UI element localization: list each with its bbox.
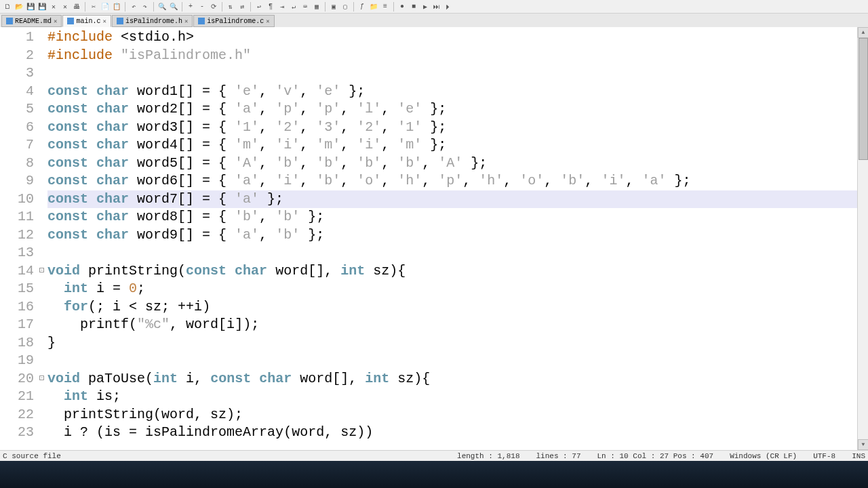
code-line-5[interactable]: const char word2[] = { 'a', 'p', 'p', 'l… (47, 100, 857, 119)
zoom-in-icon[interactable]: + (186, 2, 195, 12)
code-line-15[interactable]: int i = 0; (47, 280, 857, 298)
code-content[interactable]: #include <stdio.h>#include "isPalindrome… (47, 27, 857, 442)
new-icon[interactable]: 🗋 (3, 2, 12, 12)
func-list-icon[interactable]: ƒ (357, 2, 367, 12)
play-multi-icon[interactable]: ⏭ (432, 2, 441, 12)
os-taskbar[interactable] (0, 461, 868, 488)
find-icon[interactable]: 🔍 (157, 2, 167, 12)
code-line-7[interactable]: const char word4[] = { 'm', 'i', 'm', 'i… (47, 136, 857, 155)
status-file-type: C source file (3, 452, 61, 460)
save-all-icon[interactable]: 💾 (37, 2, 47, 12)
code-line-9[interactable]: const char word6[] = { 'a', 'i', 'b', 'o… (47, 172, 857, 190)
code-line-2[interactable]: #include "isPalindrome.h" (47, 47, 857, 65)
status-lines: lines : 77 (536, 452, 580, 460)
save-icon[interactable]: 💾 (26, 2, 35, 12)
tab-close-icon[interactable]: ✕ (184, 18, 188, 25)
editor[interactable]: 1234567891011121314151617181920212223 --… (0, 27, 857, 450)
scroll-down-button[interactable]: ▼ (858, 439, 868, 450)
code-line-19[interactable] (47, 352, 857, 370)
play-fast-icon[interactable]: ⏵ (443, 2, 453, 12)
eol-icon[interactable]: ↵ (289, 2, 298, 12)
play-icon[interactable]: ▶ (420, 2, 430, 12)
toolbar: 🗋📂💾💾✕✕🖶✂📄📋↶↷🔍🔍+-⟳⇅⇄↩¶⇥↵⌨▦▣▢ƒ📁≡●■▶⏭⏵ (0, 0, 868, 14)
doc-map-icon[interactable]: ▦ (312, 2, 321, 12)
line-number: 19 (0, 352, 34, 370)
code-line-8[interactable]: const char word5[] = { 'A', 'b', 'b', 'b… (47, 155, 857, 173)
code-line-16[interactable]: for(; i < sz; ++i) (47, 298, 857, 317)
replace-icon[interactable]: 🔍 (169, 2, 178, 12)
line-number-gutter: 1234567891011121314151617181920212223 (0, 27, 39, 442)
line-number: 18 (0, 334, 34, 352)
paste-icon[interactable]: 📋 (112, 2, 121, 12)
code-line-3[interactable] (47, 64, 857, 83)
redo-icon[interactable]: ↷ (140, 2, 150, 12)
line-number: 23 (0, 424, 34, 442)
close-icon[interactable]: ✕ (49, 2, 58, 12)
print-icon[interactable]: 🖶 (72, 2, 81, 12)
open-icon[interactable]: 📂 (14, 2, 24, 12)
status-position: Ln : 10 Col : 27 Pos : 407 (597, 452, 714, 460)
sync-h-icon[interactable]: ⇄ (237, 2, 247, 12)
line-number: 7 (0, 136, 34, 155)
tab-isPalindrome-h[interactable]: isPalindrome.h✕ (112, 15, 193, 27)
code-line-14[interactable]: void printString(const char word[], int … (47, 262, 857, 281)
code-line-21[interactable]: int is; (47, 388, 857, 406)
whitespace-icon[interactable]: ¶ (266, 2, 275, 12)
line-number: 12 (0, 226, 34, 245)
line-number: 8 (0, 155, 34, 173)
status-insert-mode: INS (852, 452, 865, 460)
unfold-all-icon[interactable]: ▢ (340, 2, 350, 12)
status-eol: Windows (CR LF) (730, 452, 797, 460)
scroll-thumb[interactable] (859, 38, 868, 160)
lang-icon[interactable]: ⌨ (300, 2, 310, 12)
code-line-22[interactable]: printString(word, sz); (47, 406, 857, 424)
record-icon[interactable]: ● (397, 2, 407, 12)
tab-close-icon[interactable]: ✕ (54, 18, 57, 25)
indent-icon[interactable]: ⇥ (277, 2, 287, 12)
code-line-23[interactable]: i ? (is = isPalindromeArray(word, sz)) (47, 424, 857, 442)
tab-label: main.c (76, 18, 100, 25)
doc-list-icon[interactable]: ≡ (380, 2, 390, 12)
copy-icon[interactable]: 📄 (100, 2, 110, 12)
vertical-scrollbar[interactable]: ▲ ▼ (857, 27, 868, 450)
code-line-13[interactable] (47, 244, 857, 262)
fold-all-icon[interactable]: ▣ (329, 2, 338, 12)
tab-bar: README.md✕main.c✕isPalindrome.h✕isPalind… (0, 14, 868, 27)
code-line-10[interactable]: const char word7[] = { 'a' }; (47, 190, 857, 209)
status-bar: C source file length : 1,818 lines : 77 … (0, 450, 868, 461)
code-line-6[interactable]: const char word3[] = { '1', '2', '3', '2… (47, 119, 857, 137)
cut-icon[interactable]: ✂ (89, 2, 98, 12)
close-all-icon[interactable]: ✕ (60, 2, 70, 12)
line-number: 2 (0, 47, 34, 65)
undo-icon[interactable]: ↶ (129, 2, 138, 12)
stop-icon[interactable]: ■ (409, 2, 418, 12)
tab-README-md[interactable]: README.md✕ (1, 15, 62, 27)
code-line-18[interactable]: } (47, 334, 857, 352)
file-icon (117, 18, 123, 24)
zoom-out-icon[interactable]: - (197, 2, 207, 12)
file-icon (198, 18, 205, 24)
code-line-4[interactable]: const char word1[] = { 'e', 'v', 'e' }; (47, 83, 857, 101)
line-number: 3 (0, 64, 34, 83)
code-line-12[interactable]: const char word9[] = { 'a', 'b' }; (47, 226, 857, 245)
folder-icon[interactable]: 📁 (369, 2, 378, 12)
code-line-20[interactable]: void paToUse(int i, const char word[], i… (47, 370, 857, 388)
code-line-11[interactable]: const char word8[] = { 'b', 'b' }; (47, 208, 857, 226)
line-number: 11 (0, 208, 34, 226)
zoom-reset-icon[interactable]: ⟳ (209, 2, 218, 12)
fold-toggle-icon[interactable]: - (39, 268, 44, 272)
wrap-icon[interactable]: ↩ (254, 2, 264, 12)
tab-main-c[interactable]: main.c✕ (62, 15, 111, 27)
line-number: 15 (0, 280, 34, 298)
scroll-up-button[interactable]: ▲ (858, 27, 868, 38)
tab-close-icon[interactable]: ✕ (266, 18, 269, 25)
tab-close-icon[interactable]: ✕ (102, 18, 106, 25)
sync-v-icon[interactable]: ⇅ (226, 2, 235, 12)
fold-toggle-icon[interactable]: - (39, 375, 44, 380)
tab-isPalindrome-c[interactable]: isPalindrome.c✕ (193, 15, 274, 27)
status-length: length : 1,818 (457, 452, 519, 460)
line-number: 1 (0, 28, 34, 47)
code-line-17[interactable]: printf("%c", word[i]); (47, 316, 857, 334)
line-number: 16 (0, 298, 34, 317)
code-line-1[interactable]: #include <stdio.h> (47, 28, 857, 47)
